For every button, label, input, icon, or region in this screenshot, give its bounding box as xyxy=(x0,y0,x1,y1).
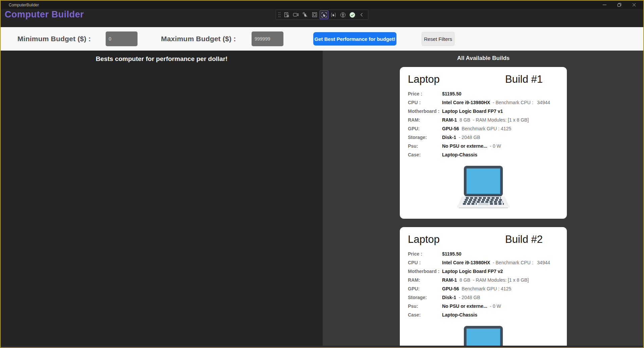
grip-icon[interactable] xyxy=(277,10,281,19)
window-title: ComputerBuilder xyxy=(9,3,39,7)
spec-label: Price : xyxy=(408,251,442,257)
window-controls xyxy=(597,1,641,9)
spec-row-psu: Psu: No PSU or externe... - 0 W xyxy=(408,302,559,310)
spec-value: Disk-1 xyxy=(442,135,456,140)
spec-label: CPU : xyxy=(408,100,442,105)
spec-value: Laptop-Chassis xyxy=(442,152,477,157)
app-title: Computer Builder xyxy=(5,9,84,20)
hot-reload-icon[interactable] xyxy=(329,10,338,19)
build-type: Laptop xyxy=(408,73,505,85)
spec-label: Case: xyxy=(408,312,442,318)
spec-value: Intel Core i9-13980HX xyxy=(442,260,490,265)
spec-row-case: Case: Laptop-Chassis xyxy=(408,310,559,319)
spec-label: Storage: xyxy=(408,135,442,140)
spec-label: GPU: xyxy=(408,286,442,291)
spec-value: No PSU or externe... xyxy=(442,303,487,309)
status-ok-icon[interactable] xyxy=(348,10,357,19)
spec-row-case: Case: Laptop-Chassis xyxy=(408,150,559,159)
collapse-chevron-icon[interactable] xyxy=(357,10,366,19)
live-property-explorer-icon[interactable] xyxy=(291,10,300,19)
spec-label: Storage: xyxy=(408,295,442,300)
app-header: Computer Builder xyxy=(1,9,643,27)
spec-row-cpu: CPU : Intel Core i9-13980HX - Benchmark … xyxy=(408,98,559,107)
build-card[interactable]: Laptop Build #1 Price : $1195.50 CPU : I… xyxy=(400,67,567,219)
reset-filters-button[interactable]: Reset Filters xyxy=(422,32,454,46)
minimize-button[interactable] xyxy=(597,1,612,9)
display-layout-adorners-icon[interactable] xyxy=(310,10,319,19)
max-budget-label: Maximum Budget ($) : xyxy=(161,27,236,51)
spec-row-cpu: CPU : Intel Core i9-13980HX - Benchmark … xyxy=(408,258,559,267)
spec-row-psu: Psu: No PSU or externe... - 0 W xyxy=(408,142,559,150)
accessibility-checker-icon[interactable] xyxy=(338,10,347,19)
spec-value: $1195.50 xyxy=(442,91,462,96)
spec-extra: Benchmark GPU : 4125 xyxy=(459,126,512,131)
spec-value: Disk-1 xyxy=(442,295,456,300)
laptop-image xyxy=(408,326,559,346)
max-budget-input[interactable] xyxy=(252,31,283,46)
bottom-strip xyxy=(1,346,643,348)
spec-extra: - 2048 GB xyxy=(456,135,480,140)
main-content: Bests computer for performance per dolla… xyxy=(1,51,644,347)
restore-button[interactable] xyxy=(612,1,627,9)
spec-extra: 8 GB - RAM Modules: [1 x 8 GB] xyxy=(457,277,529,283)
build-number: Build #2 xyxy=(505,233,543,246)
restore-icon xyxy=(618,3,621,7)
spec-label: Price : xyxy=(408,91,442,96)
spec-label: RAM: xyxy=(408,117,442,123)
spec-label: Psu: xyxy=(408,143,442,149)
minimize-icon xyxy=(603,3,606,7)
spec-row-storage: Storage: Disk-1 - 2048 GB xyxy=(408,133,559,142)
filter-bar: Minimum Budget ($) : Maximum Budget ($) … xyxy=(1,27,643,51)
spec-row-gpu: GPU: GPU-56 Benchmark GPU : 4125 xyxy=(408,124,559,133)
spec-value: RAM-1 xyxy=(442,277,457,283)
build-card[interactable]: Laptop Build #2 Price : $1195.50 CPU : I… xyxy=(400,227,567,346)
title-bar: ComputerBuilder xyxy=(1,1,643,9)
select-element-icon[interactable] xyxy=(320,10,328,19)
build-card-header: Laptop Build #2 xyxy=(408,232,559,247)
spec-value: No PSU or externe... xyxy=(442,143,487,149)
laptop-image xyxy=(408,166,559,211)
spec-label: Psu: xyxy=(408,303,442,309)
get-best-performance-button[interactable]: Get Best Performance for budget! xyxy=(313,32,396,46)
close-button[interactable] xyxy=(627,1,641,9)
spec-row-motherboard: Motherboard : Laptop Logic Board FP7 v2 xyxy=(408,267,559,276)
spec-extra: - Benchmark CPU : 34944 xyxy=(490,100,550,105)
spec-row-motherboard: Motherboard : Laptop Logic Board FP7 v1 xyxy=(408,107,559,116)
spec-row-price: Price : $1195.50 xyxy=(408,250,559,258)
build-number: Build #1 xyxy=(505,73,543,85)
min-budget-label: Minimum Budget ($) : xyxy=(17,27,91,51)
available-builds-heading: All Available Builds xyxy=(323,55,644,62)
available-builds-panel[interactable]: All Available Builds Laptop Build #1 Pri… xyxy=(323,51,644,346)
spec-row-gpu: GPU: GPU-56 Benchmark GPU : 4125 xyxy=(408,284,559,293)
enable-selection-icon[interactable] xyxy=(301,10,310,19)
spec-extra: 8 GB - RAM Modules: [1 x 8 GB] xyxy=(457,117,529,123)
spec-extra: - 0 W xyxy=(487,143,501,149)
best-build-heading: Bests computer for performance per dolla… xyxy=(1,55,323,63)
spec-label: GPU: xyxy=(408,126,442,131)
app-window: ComputerBuilder Computer Builder xyxy=(0,0,644,348)
spec-row-ram: RAM: RAM-1 8 GB - RAM Modules: [1 x 8 GB… xyxy=(408,116,559,124)
spec-row-storage: Storage: Disk-1 - 2048 GB xyxy=(408,293,559,302)
spec-label: Motherboard : xyxy=(408,269,442,274)
spec-extra: Benchmark GPU : 4125 xyxy=(459,286,512,291)
spec-value: Laptop Logic Board FP7 v2 xyxy=(442,269,503,274)
spec-label: RAM: xyxy=(408,277,442,283)
close-icon xyxy=(632,3,636,7)
spec-row-price: Price : $1195.50 xyxy=(408,89,559,98)
spec-value: Laptop Logic Board FP7 v1 xyxy=(442,109,503,114)
spec-row-ram: RAM: RAM-1 8 GB - RAM Modules: [1 x 8 GB… xyxy=(408,276,559,284)
build-card-header: Laptop Build #1 xyxy=(408,72,559,87)
spec-value: GPU-56 xyxy=(442,286,459,291)
spec-value: $1195.50 xyxy=(442,251,462,257)
spec-extra: - 0 W xyxy=(487,303,501,309)
best-build-panel: Bests computer for performance per dolla… xyxy=(1,51,323,347)
spec-value: Intel Core i9-13980HX xyxy=(442,100,490,105)
debug-toolbar xyxy=(276,10,368,20)
go-to-live-visual-tree-icon[interactable] xyxy=(282,10,291,19)
spec-extra: - 2048 GB xyxy=(456,295,480,300)
spec-value: GPU-56 xyxy=(442,126,459,131)
spec-label: Motherboard : xyxy=(408,109,442,114)
spec-extra: - Benchmark CPU : 34944 xyxy=(490,260,550,265)
min-budget-input[interactable] xyxy=(106,31,138,46)
spec-label: Case: xyxy=(408,152,442,157)
